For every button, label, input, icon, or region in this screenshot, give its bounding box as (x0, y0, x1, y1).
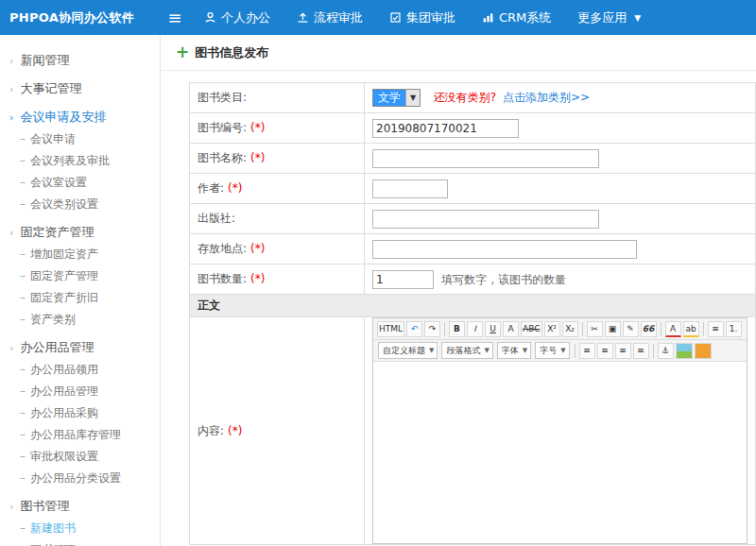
cut-icon[interactable]: ✂ (587, 321, 603, 337)
sidebar-item-supplies-category-settings[interactable]: –办公用品分类设置 (0, 468, 160, 489)
sidebar-item-asset-category[interactable]: –资产类别 (0, 309, 160, 331)
map-icon[interactable] (695, 343, 712, 359)
sidebar-item-meeting-apply[interactable]: –会议申请 (0, 128, 160, 150)
group-approval-icon (389, 11, 402, 24)
blockquote-icon[interactable]: 66 (641, 321, 657, 337)
sidebar-item-supplies-manage[interactable]: –办公用品管理 (0, 381, 160, 402)
dash-icon: – (20, 291, 26, 304)
field-label: 图书类目: (198, 91, 247, 104)
sidebar-item-supplies-purchase[interactable]: –办公用品采购 (0, 402, 160, 424)
subscript-icon[interactable]: X₂ (562, 321, 578, 337)
sidebar-group-books[interactable]: ›图书管理 (0, 495, 160, 518)
caret-down-icon: ▼ (560, 347, 565, 354)
font-color-icon[interactable]: A (665, 321, 681, 337)
book-name-input[interactable] (372, 149, 599, 168)
author-input[interactable] (372, 179, 448, 198)
book-form: 图书类目: 文学 ▼ 还没有类别? 点击添加类别>> 图书编号:(*) (189, 82, 756, 545)
dash-icon: – (20, 154, 26, 167)
sidebar-group-label: 会议申请及安排 (20, 110, 106, 124)
dash-icon: – (20, 428, 26, 441)
link-icon[interactable]: ⚓ (658, 343, 674, 359)
sidebar-item-label: 审批权限设置 (30, 450, 98, 463)
superscript-icon[interactable]: X² (544, 321, 560, 337)
sidebar-item-book-manage[interactable]: –图书管理 (0, 539, 160, 546)
nav-group-approval[interactable]: 集团审批 (389, 9, 455, 26)
dash-icon: – (20, 269, 26, 282)
sidebar-item-meeting-category-settings[interactable]: –会议类别设置 (0, 194, 160, 215)
sidebar-item-label: 新建图书 (30, 521, 76, 535)
sidebar-item-label: 办公用品采购 (30, 406, 98, 419)
dash-icon: – (20, 471, 26, 485)
app-logo: PHPOA协同办公软件 (0, 9, 161, 26)
nav-process-approval[interactable]: 流程审批 (297, 9, 363, 26)
strikethrough-icon[interactable]: ABC (521, 321, 541, 337)
redo-icon[interactable]: ↷ (424, 321, 440, 337)
sidebar-item-supplies-inventory[interactable]: –办公用品库存管理 (0, 424, 160, 446)
dash-icon: – (20, 521, 26, 535)
bold-icon[interactable]: B (449, 321, 465, 337)
align-center-icon[interactable]: ≡ (597, 343, 613, 359)
topbar: PHPOA协同办公软件 ≡ 个人办公 流程审批 集团审批 CRM系统 (0, 0, 756, 35)
sidebar-item-meeting-room-settings[interactable]: –会议室设置 (0, 172, 160, 194)
paste-icon[interactable]: ▣ (605, 321, 621, 337)
toolbar-separator (575, 344, 576, 358)
editor-toolbar-row1: HTML↶↷BIUAABCX²X₂✂▣✎66Aab≡1. (373, 318, 747, 340)
undo-icon[interactable]: ↶ (406, 321, 422, 337)
required-mark: (*) (250, 272, 265, 285)
font-style-icon[interactable]: A (503, 321, 519, 337)
caret-down-icon: ▼ (429, 347, 434, 354)
form-row-content: 内容:(*) HTML↶↷BIUAABCX²X₂✂▣✎66Aab≡1. 自定义标… (190, 317, 756, 545)
crm-chart-icon (482, 11, 494, 24)
sidebar-item-new-book[interactable]: –新建图书 (0, 518, 160, 539)
align-justify-icon[interactable]: ≡ (633, 343, 649, 359)
sidebar-item-supplies-claim[interactable]: –办公用品领用 (0, 359, 160, 381)
menu-icon[interactable]: ≡ (161, 8, 189, 27)
sidebar-item-meeting-list-approval[interactable]: –会议列表及审批 (0, 150, 160, 172)
publisher-input[interactable] (372, 210, 599, 229)
caret-down-icon: ▼ (523, 347, 527, 354)
add-category-link[interactable]: 点击添加类别>> (503, 91, 590, 104)
sidebar-item-add-fixed-asset[interactable]: –增加固定资产 (0, 244, 160, 265)
sidebar-group-memorabilia[interactable]: ›大事记管理 (0, 77, 160, 100)
sidebar-group-label: 办公用品管理 (20, 340, 94, 354)
sidebar-item-approval-permission-settings[interactable]: –审批权限设置 (0, 446, 160, 468)
highlight-color-icon[interactable]: ab (683, 321, 699, 337)
underline-icon[interactable]: U (485, 321, 501, 337)
sidebar-group-office-supplies[interactable]: ›办公用品管理 (0, 336, 160, 359)
quantity-input[interactable] (372, 270, 434, 289)
nav-personal-office[interactable]: 个人办公 (204, 9, 270, 26)
editor-content-area[interactable] (373, 362, 747, 543)
format-brush-icon[interactable]: ✎ (623, 321, 639, 337)
form-row-category: 图书类目: 文学 ▼ 还没有类别? 点击添加类别>> (190, 83, 756, 113)
align-left-icon[interactable]: ≡ (579, 343, 595, 359)
sidebar-group-meeting[interactable]: ›会议申请及安排 (0, 106, 160, 128)
italic-icon[interactable]: I (467, 321, 483, 337)
chevron-right-icon: › (9, 227, 13, 239)
font-size-select[interactable]: 字号▼ (535, 342, 569, 359)
book-no-input[interactable] (372, 119, 519, 138)
location-input[interactable] (372, 240, 637, 259)
font-family-select[interactable]: 字体▼ (497, 342, 531, 359)
sidebar-group-news[interactable]: ›新闻管理 (0, 49, 160, 72)
sidebar-group-fixed-assets[interactable]: ›固定资产管理 (0, 221, 160, 244)
bullet-list-icon[interactable]: ≡ (708, 321, 724, 337)
caret-down-icon: ▼ (634, 13, 641, 23)
align-right-icon[interactable]: ≡ (615, 343, 631, 359)
dash-icon: – (20, 132, 26, 145)
form-row-author: 作者:(*) (190, 174, 756, 204)
sidebar-item-fixed-asset-manage[interactable]: –固定资产管理 (0, 265, 160, 287)
numbered-list-icon[interactable]: 1. (726, 321, 742, 337)
dash-icon: – (20, 197, 26, 211)
sidebar-item-fixed-asset-depreciation[interactable]: –固定资产折旧 (0, 287, 160, 309)
source-code-button[interactable]: HTML (377, 321, 404, 337)
nav-label: CRM系统 (499, 9, 551, 26)
sidebar-item-label: 办公用品库存管理 (30, 428, 121, 441)
image-icon[interactable] (676, 343, 693, 359)
nav-crm-system[interactable]: CRM系统 (482, 9, 551, 26)
field-label: 作者: (198, 181, 224, 195)
category-select[interactable]: 文学 ▼ (372, 89, 421, 107)
custom-title-select[interactable]: 自定义标题▼ (378, 342, 438, 359)
chevron-right-icon: › (9, 501, 13, 513)
nav-more-apps[interactable]: 更多应用 ▼ (577, 9, 641, 26)
paragraph-format-select[interactable]: 段落格式▼ (441, 342, 492, 359)
